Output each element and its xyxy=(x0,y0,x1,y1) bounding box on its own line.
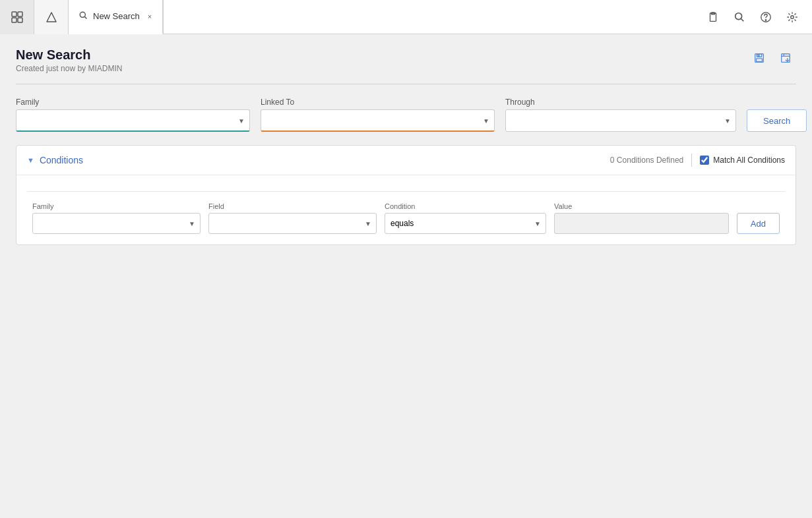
match-all-checkbox[interactable] xyxy=(700,156,709,165)
page-title-group: New Search Created just now by MIADMIN xyxy=(16,47,122,73)
family-label: Family xyxy=(16,98,250,107)
svg-rect-19 xyxy=(758,55,759,57)
question-icon-button[interactable] xyxy=(754,5,778,29)
header-divider xyxy=(16,84,796,84)
conditions-body-divider xyxy=(27,191,785,192)
svg-rect-3 xyxy=(18,18,22,22)
top-toolbar: New Search × xyxy=(0,0,812,34)
cond-condition-label: Condition xyxy=(385,202,546,210)
cond-condition-group: Condition equals not equals contains sta… xyxy=(385,202,546,234)
cond-family-group: Family ▼ xyxy=(32,202,201,234)
conditions-add-row: Family ▼ Field ▼ xyxy=(27,202,785,234)
conditions-count: 0 Conditions Defined xyxy=(610,156,683,165)
svg-point-14 xyxy=(765,19,766,20)
cond-value-group: Value xyxy=(554,202,729,234)
linked-to-select-wrapper: ▼ xyxy=(261,109,495,132)
cond-value-input[interactable] xyxy=(554,213,729,234)
cond-family-label: Family xyxy=(32,202,201,210)
match-all-label: Match All Conditions xyxy=(713,156,785,165)
through-select[interactable] xyxy=(505,109,736,132)
match-all-group: Match All Conditions xyxy=(700,156,785,165)
page-title: New Search xyxy=(16,47,122,63)
linked-to-label: Linked To xyxy=(261,98,495,107)
cond-field-select-wrapper: ▼ xyxy=(208,213,377,234)
conditions-body: Family ▼ Field ▼ xyxy=(16,175,796,245)
page-header: New Search Created just now by MIADMIN xyxy=(16,47,796,73)
cond-family-select-wrapper: ▼ xyxy=(32,213,201,234)
grid-icon-button[interactable] xyxy=(0,0,34,34)
svg-point-5 xyxy=(80,12,85,17)
meta-divider xyxy=(691,154,692,167)
linked-to-select[interactable] xyxy=(261,109,495,132)
svg-rect-0 xyxy=(12,12,16,16)
search-icon-button[interactable] xyxy=(728,5,751,29)
search-button[interactable]: Search xyxy=(747,109,807,132)
cond-field-label: Field xyxy=(208,202,377,210)
family-select-wrapper: ▼ xyxy=(16,109,250,132)
chart-icon-button[interactable] xyxy=(34,0,69,34)
conditions-panel: ▼ Conditions 0 Conditions Defined Match … xyxy=(16,145,796,245)
new-search-tab[interactable]: New Search × xyxy=(69,0,163,34)
cond-field-select[interactable] xyxy=(208,213,377,234)
toolbar-right xyxy=(701,5,812,29)
cond-value-label: Value xyxy=(554,202,729,210)
svg-rect-1 xyxy=(18,12,22,16)
family-form-group: Family ▼ xyxy=(16,98,250,132)
tab-icon-group: New Search × xyxy=(0,0,164,34)
tab-search-icon xyxy=(79,11,88,22)
through-form-group: Through ▼ xyxy=(505,98,736,132)
conditions-title: Conditions xyxy=(40,155,83,165)
family-select[interactable] xyxy=(16,109,250,132)
cond-condition-select[interactable]: equals not equals contains starts with e… xyxy=(385,213,546,234)
svg-point-11 xyxy=(735,13,742,19)
settings-icon-button[interactable] xyxy=(780,5,804,29)
export-icon-button[interactable] xyxy=(775,47,796,69)
linked-to-form-group: Linked To ▼ xyxy=(261,98,495,132)
tab-close-button[interactable]: × xyxy=(148,13,152,20)
save-icon-button[interactable] xyxy=(749,47,770,69)
conditions-title-group[interactable]: ▼ Conditions xyxy=(27,155,83,165)
svg-rect-18 xyxy=(757,59,763,62)
page-subtitle: Created just now by MIADMIN xyxy=(16,64,122,73)
svg-line-6 xyxy=(85,16,87,18)
main-content: New Search Created just now by MIADMIN xyxy=(0,34,812,518)
conditions-chevron-icon[interactable]: ▼ xyxy=(27,156,34,164)
cond-condition-select-wrapper: equals not equals contains starts with e… xyxy=(385,213,546,234)
through-select-wrapper: ▼ xyxy=(505,109,736,132)
tab-label: New Search xyxy=(93,11,140,21)
svg-marker-4 xyxy=(47,13,56,22)
cond-family-select[interactable] xyxy=(32,213,201,234)
svg-point-15 xyxy=(791,15,794,18)
conditions-header: ▼ Conditions 0 Conditions Defined Match … xyxy=(16,146,796,175)
search-form: Family ▼ Linked To ▼ Through xyxy=(16,98,796,132)
add-condition-button[interactable]: Add xyxy=(737,213,780,234)
cond-field-group: Field ▼ xyxy=(208,202,377,234)
through-label: Through xyxy=(505,98,736,107)
svg-line-12 xyxy=(741,18,743,21)
header-actions xyxy=(749,47,796,69)
svg-rect-2 xyxy=(12,18,16,22)
conditions-meta: 0 Conditions Defined Match All Condition… xyxy=(610,154,785,167)
clipboard-icon-button[interactable] xyxy=(701,5,725,29)
